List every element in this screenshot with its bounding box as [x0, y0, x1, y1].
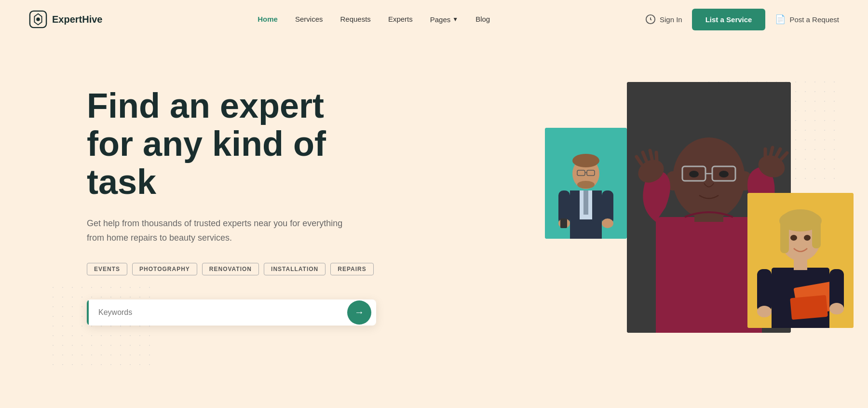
- svg-point-9: [572, 154, 599, 167]
- tag-photography[interactable]: PHOTOGRAPHY: [132, 263, 197, 275]
- svg-point-28: [689, 171, 699, 177]
- nav-link-blog[interactable]: Blog: [475, 15, 490, 23]
- nav-link-home[interactable]: Home: [258, 15, 278, 23]
- logo-text: ExpertHive: [52, 14, 103, 25]
- svg-line-35: [656, 152, 657, 161]
- svg-point-49: [784, 209, 817, 225]
- sign-in-icon: [645, 14, 656, 25]
- tag-repairs[interactable]: REPAIRS: [330, 263, 373, 275]
- navbar: ExpertHive Home Services Requests Expert…: [0, 0, 868, 39]
- svg-line-38: [771, 148, 773, 155]
- nav-item-requests[interactable]: Requests: [340, 15, 371, 24]
- expert-image-woman: [747, 193, 854, 328]
- document-icon: 📄: [775, 14, 786, 25]
- chevron-down-icon: ▼: [452, 16, 458, 23]
- post-request-link[interactable]: 📄 Post a Request: [775, 14, 839, 25]
- svg-point-55: [829, 303, 844, 314]
- nav-pages-label: Pages: [430, 15, 451, 24]
- svg-point-29: [719, 171, 729, 177]
- svg-point-51: [804, 235, 811, 241]
- arrow-right-icon: →: [354, 307, 364, 318]
- hero-subtitle: Get help from thousands of trusted exper…: [87, 216, 357, 245]
- search-bar: →: [87, 299, 376, 326]
- nav-item-experts[interactable]: Experts: [388, 15, 413, 24]
- person-woman-svg: [747, 193, 854, 328]
- svg-point-2: [36, 17, 40, 21]
- nav-item-services[interactable]: Services: [295, 15, 323, 24]
- nav-link-services[interactable]: Services: [295, 15, 323, 23]
- category-tags: EVENTS PHOTOGRAPHY RENOVATION INSTALLATI…: [87, 263, 376, 275]
- sign-in-label: Sign In: [660, 15, 682, 24]
- svg-point-54: [757, 306, 772, 317]
- sign-in-link[interactable]: Sign In: [645, 14, 682, 25]
- nav-item-blog[interactable]: Blog: [475, 15, 490, 24]
- search-button[interactable]: →: [347, 300, 371, 325]
- hero-image-collage: [530, 58, 868, 408]
- logo-icon: [29, 10, 47, 28]
- list-service-button[interactable]: List a Service: [692, 9, 766, 30]
- svg-point-17: [602, 218, 613, 228]
- hero-section: Find an expert for any kind of task Get …: [0, 39, 868, 408]
- nav-link-experts[interactable]: Experts: [388, 15, 413, 23]
- svg-line-34: [650, 150, 652, 159]
- svg-rect-20: [656, 217, 762, 333]
- nav-item-pages[interactable]: Pages ▼: [430, 15, 458, 24]
- nav-item-home[interactable]: Home: [258, 15, 278, 24]
- svg-rect-48: [812, 219, 821, 248]
- svg-rect-43: [790, 295, 828, 320]
- tag-renovation[interactable]: RENOVATION: [202, 263, 259, 275]
- nav-right: Sign In List a Service 📄 Post a Request: [645, 9, 839, 30]
- svg-point-50: [790, 235, 797, 241]
- nav-link-requests[interactable]: Requests: [340, 15, 371, 23]
- nav-links: Home Services Requests Experts Pages ▼ B…: [258, 15, 490, 24]
- logo[interactable]: ExpertHive: [29, 10, 103, 28]
- tag-events[interactable]: EVENTS: [87, 263, 127, 275]
- svg-rect-47: [780, 219, 789, 253]
- svg-point-10: [577, 181, 595, 189]
- expert-image-suit: [545, 128, 627, 239]
- search-input[interactable]: [89, 299, 347, 326]
- svg-rect-7: [583, 190, 588, 215]
- post-request-label: Post a Request: [789, 15, 839, 24]
- svg-rect-18: [560, 218, 567, 228]
- hero-title: Find an expert for any kind of task: [87, 87, 376, 202]
- svg-point-22: [673, 137, 745, 219]
- hero-content: Find an expert for any kind of task Get …: [0, 39, 376, 326]
- nav-pages-dropdown[interactable]: Pages ▼: [430, 15, 458, 24]
- tag-installation[interactable]: INSTALLATION: [264, 263, 326, 275]
- person-suit-svg: [545, 128, 627, 239]
